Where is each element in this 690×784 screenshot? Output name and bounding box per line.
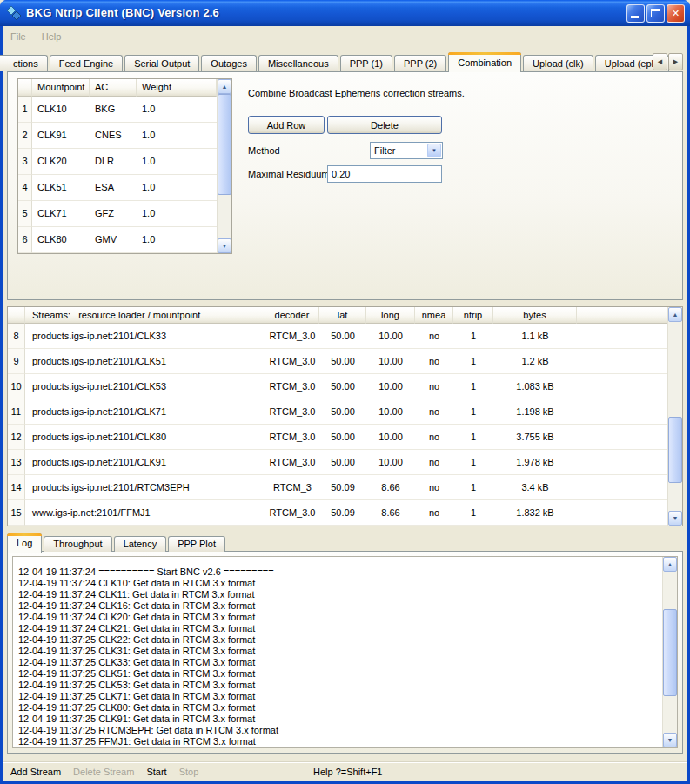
stream-cell: RTCM_3.0	[265, 500, 319, 526]
stream-row[interactable]: 9products.igs-ip.net:2101/CLK51RTCM_3.05…	[8, 349, 667, 374]
log-line: 12-04-19 11:37:25 CLK80: Get data in RTC…	[18, 702, 662, 714]
table-cell: 1.0	[137, 149, 217, 175]
tab-throughput[interactable]: Throughput	[44, 536, 111, 552]
streams-column-header-bytes[interactable]: bytes	[493, 307, 577, 324]
stream-cell: 10.00	[366, 374, 415, 399]
stream-cell: 50.09	[319, 500, 366, 526]
row-number: 2	[18, 123, 32, 149]
log-line: 12-04-19 11:37:25 CLK33: Get data in RTC…	[18, 657, 662, 668]
stream-cell: 50.00	[319, 349, 366, 374]
menu-help[interactable]: Help	[42, 31, 62, 42]
log-output[interactable]: 12-04-19 11:37:24 ========== Start BNC v…	[12, 556, 678, 748]
tab-scroll-right-button[interactable]: ▶	[668, 53, 683, 70]
window-title: BKG Ntrip Client (BNC) Version 2.6	[26, 6, 219, 19]
stream-mountpoint: products.igs-ip.net:2101/RTCM3EPH	[25, 475, 265, 500]
statusbar-actions: Add StreamDelete StreamStartStop	[10, 767, 198, 777]
table-row[interactable]: 6CLK80GMV1.0	[18, 227, 217, 253]
scrollbar-thumb[interactable]	[663, 609, 677, 696]
minimize-button[interactable]	[626, 4, 645, 23]
table-cell: 1.0	[137, 123, 217, 149]
combination-table-scrollbar[interactable]: ▲ ▼	[217, 79, 231, 253]
tab-miscellaneous[interactable]: Miscellaneous	[258, 55, 338, 71]
stream-cell: 50.00	[319, 399, 366, 425]
method-dropdown[interactable]: Filter ▼	[370, 142, 443, 159]
log-scrollbar[interactable]: ▲ ▼	[662, 557, 677, 747]
stream-cell: 1.2 kB	[493, 349, 577, 374]
scrollbar-thumb[interactable]	[668, 417, 682, 483]
maximize-button[interactable]	[646, 4, 665, 23]
statusbar-action-add-stream[interactable]: Add Stream	[10, 767, 61, 777]
table-row[interactable]: 4CLK51ESA1.0	[18, 175, 217, 201]
streams-column-header-streams[interactable]: Streams: resource loader / mountpoint	[25, 307, 265, 324]
maximize-icon	[651, 9, 660, 17]
tab-ppp-1[interactable]: PPP (1)	[340, 55, 392, 71]
close-icon: ✕	[667, 5, 684, 22]
tab-latency[interactable]: Latency	[114, 536, 167, 552]
tab-ppp-plot[interactable]: PPP Plot	[168, 536, 225, 552]
tab-scroll-left-button[interactable]: ◀	[653, 53, 667, 70]
table-cell: CLK10	[32, 97, 90, 123]
stream-row[interactable]: 13products.igs-ip.net:2101/CLK91RTCM_3.0…	[8, 450, 667, 475]
arrow-down-icon: ▼	[673, 515, 679, 521]
stream-cell: 10.00	[366, 399, 415, 425]
table-cell: ESA	[90, 175, 137, 201]
streams-column-header-nmea[interactable]: nmea	[415, 307, 453, 324]
stream-cell: 1	[453, 399, 493, 425]
scroll-down-button[interactable]: ▼	[668, 511, 682, 526]
combination-column-header-mountpoint[interactable]: Mountpoint	[32, 79, 90, 97]
tab-log[interactable]: Log	[7, 533, 42, 553]
stream-cell: 1.832 kB	[493, 500, 577, 526]
delete-button[interactable]: Delete	[327, 116, 442, 134]
tab-serial-output[interactable]: Serial Output	[124, 55, 199, 71]
menu-file[interactable]: File	[10, 31, 26, 42]
streams-column-header-decoder[interactable]: decoder	[265, 307, 319, 324]
row-number: 15	[8, 500, 25, 526]
statusbar: Add StreamDelete StreamStartStop Help ?=…	[3, 761, 687, 781]
stream-row[interactable]: 15www.igs-ip.net:2101/FFMJ1RTCM_3.050.09…	[8, 500, 667, 526]
streams-column-header-ntrip[interactable]: ntrip	[453, 307, 493, 324]
stream-cell: RTCM_3.0	[265, 399, 319, 425]
tab-ctions[interactable]: ctions	[0, 55, 48, 71]
close-button[interactable]: ✕	[667, 4, 685, 23]
streams-table-scrollbar[interactable]: ▲ ▼	[667, 307, 682, 526]
row-number: 6	[18, 227, 32, 253]
stream-row[interactable]: 12products.igs-ip.net:2101/CLK80RTCM_3.0…	[8, 425, 667, 450]
scroll-up-button[interactable]: ▲	[663, 557, 677, 572]
tab-ppp-2[interactable]: PPP (2)	[394, 55, 446, 71]
stream-row[interactable]: 11products.igs-ip.net:2101/CLK71RTCM_3.0…	[8, 399, 667, 425]
stream-row[interactable]: 8products.igs-ip.net:2101/CLK33RTCM_3.05…	[8, 324, 667, 349]
stream-cell: RTCM_3.0	[265, 450, 319, 475]
arrow-up-icon: ▲	[673, 312, 679, 318]
table-cell: CNES	[90, 123, 137, 149]
scroll-down-button[interactable]: ▼	[663, 733, 677, 747]
stream-row[interactable]: 10products.igs-ip.net:2101/CLK53RTCM_3.0…	[8, 374, 667, 399]
log-line: 12-04-19 11:37:24 CLK11: Get data in RTC…	[18, 589, 662, 600]
stream-row[interactable]: 14products.igs-ip.net:2101/RTCM3EPHRTCM_…	[8, 475, 667, 500]
tab-upload-clk[interactable]: Upload (clk)	[523, 55, 593, 71]
scrollbar-thumb[interactable]	[218, 94, 231, 195]
maximal-residuum-input[interactable]	[327, 165, 442, 183]
table-row[interactable]: 1CLK10BKG1.0	[18, 97, 217, 123]
stream-cell: RTCM_3.0	[265, 425, 319, 450]
streams-column-header-lat[interactable]: lat	[319, 307, 366, 324]
table-row[interactable]: 5CLK71GFZ1.0	[18, 201, 217, 227]
table-row[interactable]: 2CLK91CNES1.0	[18, 123, 217, 149]
tab-feed-engine[interactable]: Feed Engine	[50, 55, 123, 71]
tab-combination[interactable]: Combination	[448, 52, 521, 72]
method-dropdown-button[interactable]: ▼	[427, 144, 441, 157]
stream-cell: 50.00	[319, 425, 366, 450]
scroll-down-button[interactable]: ▼	[218, 238, 231, 253]
combination-column-header-ac-name[interactable]: AC Name	[90, 79, 137, 97]
scroll-up-button[interactable]: ▲	[668, 307, 682, 322]
combination-column-header-weight[interactable]: Weight	[137, 79, 217, 97]
table-row[interactable]: 3CLK20DLR1.0	[18, 149, 217, 175]
menubar: File Help	[3, 26, 61, 47]
row-number: 10	[8, 374, 25, 399]
tab-outages[interactable]: Outages	[201, 55, 257, 71]
add-row-button[interactable]: Add Row	[248, 116, 325, 134]
streams-column-header-long[interactable]: long	[366, 307, 415, 324]
stream-cell: 1	[453, 349, 493, 374]
stream-cell: 10.00	[366, 425, 415, 450]
scroll-up-button[interactable]: ▲	[218, 79, 231, 94]
statusbar-action-start[interactable]: Start	[146, 767, 166, 777]
